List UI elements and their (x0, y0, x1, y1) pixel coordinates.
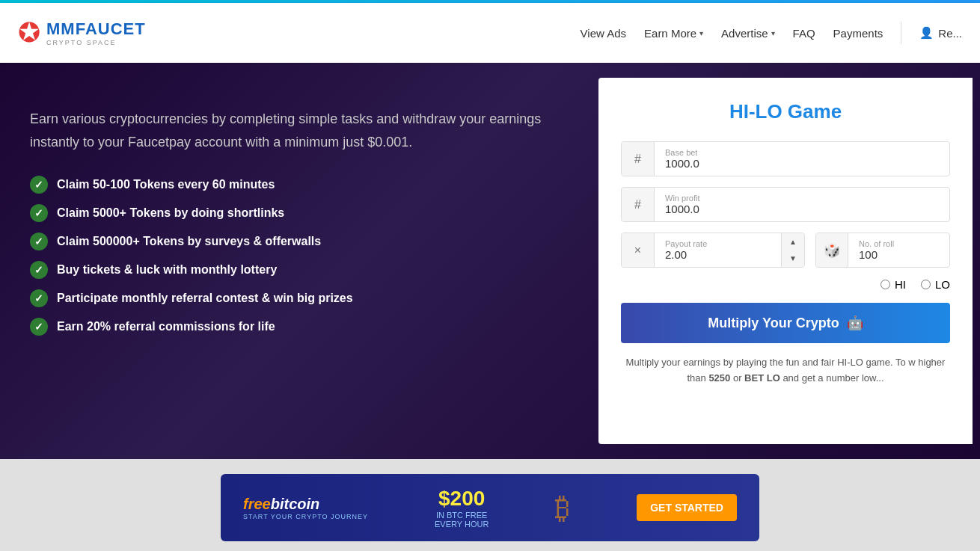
check-icon-4: ✓ (30, 261, 48, 279)
feature-2: ✓ Claim 5000+ Tokens by doing shortlinks (30, 204, 569, 222)
nav-faq[interactable]: FAQ (793, 27, 815, 40)
nav-earn-more-label: Earn More (644, 27, 696, 40)
payout-value-row: 2.00 (665, 248, 771, 261)
feature-label-2: Claim 5000+ Tokens by doing shortlinks (57, 206, 284, 220)
rolls-group: 🎲 No. of roll 100 (815, 233, 950, 268)
hero-section: Earn various cryptocurrencies by complet… (0, 63, 980, 459)
base-bet-hash-icon: # (622, 142, 655, 176)
win-profit-label: Win profit (665, 194, 939, 203)
game-title: HI-LO Game (621, 100, 950, 123)
logo-text: MMFAUCET CRYPTO SPACE (46, 19, 146, 46)
logo-sub-text: CRYPTO SPACE (46, 39, 146, 46)
win-profit-value: 1000.0 (665, 203, 939, 215)
check-icon-6: ✓ (30, 318, 48, 336)
payout-rate-input-area: Payout rate 2.00 (655, 233, 781, 267)
check-icon-3: ✓ (30, 233, 48, 250)
logo: ✪ MMFAUCET CRYPTO SPACE (18, 19, 146, 46)
hi-lo-row: HI LO (621, 278, 950, 291)
banner-cta-button[interactable]: GET STARTED (637, 494, 737, 521)
nav-view-ads[interactable]: View Ads (581, 27, 626, 40)
check-icon-5: ✓ (30, 289, 48, 307)
banner-left: freebitcoin START YOUR CRYPTO JOURNEY (243, 496, 368, 520)
lo-radio-label[interactable]: LO (921, 278, 950, 291)
hero-features-list: ✓ Claim 50-100 Tokens every 60 minutes ✓… (30, 176, 569, 336)
earn-more-chevron-icon: ▾ (699, 29, 703, 37)
feature-1: ✓ Claim 50-100 Tokens every 60 minutes (30, 176, 569, 194)
feature-5: ✓ Participate monthly referral contest &… (30, 289, 569, 307)
lo-label: LO (935, 278, 950, 291)
logo-star-icon: ✪ (18, 19, 40, 46)
freebitcoin-logo: freebitcoin (243, 496, 368, 513)
hi-radio-label[interactable]: HI (881, 278, 906, 291)
feature-4: ✓ Buy tickets & luck with monthly lotter… (30, 261, 569, 279)
banner-center: $200 IN BTC FREE EVERY HOUR (435, 487, 489, 529)
banner-section: freebitcoin START YOUR CRYPTO JOURNEY $2… (0, 459, 980, 551)
payout-rate-group: × Payout rate 2.00 ▲ ▼ (621, 233, 805, 268)
feature-label-4: Buy tickets & luck with monthly lottery (57, 263, 277, 277)
feature-3: ✓ Claim 500000+ Tokens by surveys & offe… (30, 233, 569, 250)
bet-lo-label: BET LO (744, 372, 780, 384)
nav-advertise-label: Advertise (721, 27, 768, 40)
hero-left: Earn various cryptocurrencies by complet… (0, 63, 598, 459)
feature-label-6: Earn 20% referral commissions for life (57, 320, 275, 333)
dice-icon: 🎲 (816, 233, 848, 267)
header: ✪ MMFAUCET CRYPTO SPACE View Ads Earn Mo… (0, 3, 980, 63)
register-label: Re... (938, 27, 962, 40)
lo-radio-input[interactable] (921, 280, 931, 289)
game-description: Multiply your earnings by playing the fu… (621, 355, 950, 387)
advertise-chevron-icon: ▾ (771, 29, 775, 37)
payout-x-icon: × (622, 233, 655, 267)
nav-divider (901, 22, 901, 44)
bet-number: 5250 (708, 372, 730, 384)
register-button[interactable]: 👤 Re... (919, 26, 962, 40)
hi-radio-input[interactable] (881, 280, 890, 289)
nav-payments[interactable]: Payments (833, 27, 883, 40)
person-add-icon: 👤 (919, 26, 934, 40)
rolls-inner: No. of roll 100 (848, 233, 949, 267)
logo-main-text: MMFAUCET (46, 19, 146, 39)
free-text: free (243, 496, 271, 512)
banner-amount: $200 (438, 487, 485, 511)
nav-advertise-dropdown[interactable]: Advertise ▾ (721, 27, 775, 40)
payout-rolls-row: × Payout rate 2.00 ▲ ▼ 🎲 No. o (621, 233, 950, 268)
robot-icon: 🤖 (847, 315, 863, 331)
multiply-btn-label: Multiply Your Crypto (708, 315, 839, 331)
payout-rate-value: 2.00 (665, 248, 687, 261)
payout-spinner[interactable]: ▲ ▼ (781, 233, 804, 267)
feature-label-5: Participate monthly referral contest & w… (57, 292, 353, 305)
bitcoin-text: bitcoin (271, 496, 320, 512)
hero-tagline: Earn various cryptocurrencies by complet… (30, 108, 554, 153)
main-nav: View Ads Earn More ▾ Advertise ▾ FAQ Pay… (581, 22, 962, 44)
win-profit-hash-icon: # (622, 188, 655, 221)
base-bet-group: # Base bet 1000.0 (621, 141, 950, 176)
rolls-label: No. of roll (859, 239, 939, 248)
bitcoin-coin-icon: ₿ (555, 491, 570, 525)
feature-6: ✓ Earn 20% referral commissions for life (30, 318, 569, 336)
rolls-value: 100 (859, 248, 939, 261)
hilo-game-card: HI-LO Game # Base bet 1000.0 # Win profi… (598, 78, 973, 444)
check-icon-1: ✓ (30, 176, 48, 194)
hi-label: HI (895, 278, 906, 291)
check-icon-2: ✓ (30, 204, 48, 222)
win-profit-group: # Win profit 1000.0 (621, 187, 950, 222)
nav-earn-more-dropdown[interactable]: Earn More ▾ (644, 27, 703, 40)
base-bet-inner: Base bet 1000.0 (655, 142, 949, 176)
payout-spin-up-button[interactable]: ▲ (782, 233, 804, 250)
payout-spin-down-button[interactable]: ▼ (782, 250, 804, 268)
freebitcoin-banner[interactable]: freebitcoin START YOUR CRYPTO JOURNEY $2… (221, 474, 759, 541)
banner-tagline: START YOUR CRYPTO JOURNEY (243, 513, 368, 520)
payout-rate-label: Payout rate (665, 239, 771, 248)
multiply-crypto-button[interactable]: Multiply Your Crypto 🤖 (621, 303, 950, 343)
win-profit-inner: Win profit 1000.0 (655, 188, 949, 221)
base-bet-label: Base bet (665, 148, 939, 157)
base-bet-value: 1000.0 (665, 157, 939, 170)
banner-currency: IN BTC FREE EVERY HOUR (435, 511, 489, 529)
feature-label-3: Claim 500000+ Tokens by surveys & offerw… (57, 235, 321, 248)
feature-label-1: Claim 50-100 Tokens every 60 minutes (57, 178, 275, 191)
